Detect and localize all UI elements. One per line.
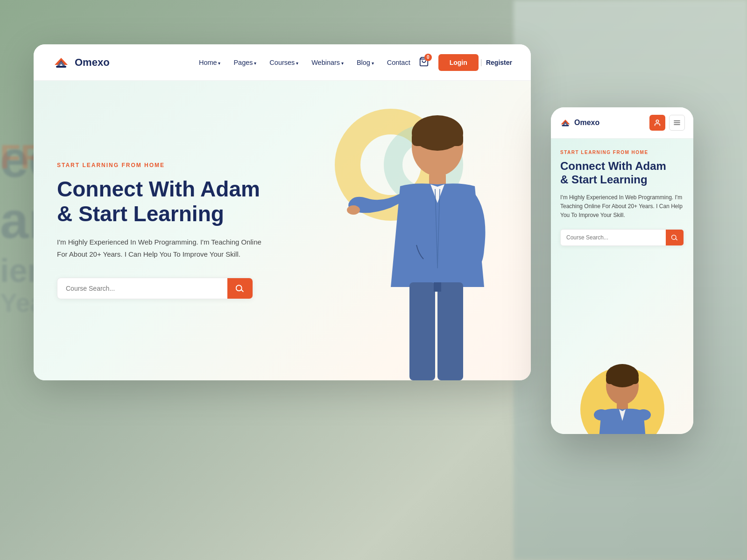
svg-rect-10 <box>562 125 569 126</box>
mobile-hero: START LEARNING FROM HOME Connect With Ad… <box>551 139 693 434</box>
svg-point-11 <box>656 120 658 122</box>
svg-rect-9 <box>434 282 441 292</box>
hero-person-figure <box>344 110 503 380</box>
register-button[interactable]: Register <box>486 59 512 66</box>
svg-rect-17 <box>606 375 639 384</box>
nav-item-contact[interactable]: Contact <box>387 58 410 67</box>
nav-link-contact[interactable]: Contact <box>387 59 410 66</box>
nav-item-blog[interactable]: Blog <box>357 58 374 67</box>
cart-badge: 0 <box>424 54 432 61</box>
nav-link-home[interactable]: Home <box>199 59 220 66</box>
hero-tagline: START LEARNING FROM HOME <box>57 162 281 168</box>
hero-section: START LEARNING FROM HOME Connect With Ad… <box>34 81 531 380</box>
nav-link-courses[interactable]: Courses <box>269 59 298 66</box>
svg-point-19 <box>594 409 609 420</box>
mobile-nav-icons <box>649 115 685 131</box>
mobile-logo-area: Omexo <box>559 118 599 128</box>
mobile-hero-description: I'm Highly Experienced In Web Programmin… <box>560 193 684 220</box>
mobile-course-search-input[interactable] <box>561 230 666 245</box>
mobile-menu-button[interactable] <box>669 115 685 131</box>
person-svg <box>344 110 503 380</box>
hero-title-line1: Connect With Adam <box>57 177 260 201</box>
search-bar <box>57 278 253 299</box>
menu-icon <box>673 119 681 126</box>
hero-title-line2: & Start Learning <box>57 202 224 226</box>
logo-text: Omexo <box>75 56 110 69</box>
navbar: Omexo Home Pages Courses Webinars Blog C… <box>34 44 531 81</box>
search-button[interactable] <box>227 278 253 299</box>
svg-rect-0 <box>56 66 66 68</box>
logo-icon <box>52 56 70 70</box>
course-search-input[interactable] <box>57 278 227 299</box>
mobile-search-bar <box>560 229 684 246</box>
mobile-hero-title: Connect With Adam & Start Learning <box>560 160 684 187</box>
mobile-title-line1: Connect With Adam <box>560 160 666 172</box>
user-icon <box>654 119 661 126</box>
nav-item-pages[interactable]: Pages <box>233 58 256 67</box>
nav-link-pages[interactable]: Pages <box>233 59 256 66</box>
nav-links: Home Pages Courses Webinars Blog Contact <box>199 58 410 67</box>
svg-rect-8 <box>437 282 463 380</box>
svg-point-20 <box>636 409 651 420</box>
mobile-logo-icon <box>559 118 571 128</box>
mobile-user-button[interactable] <box>649 115 665 131</box>
mobile-card: Omexo START LEARNING FROM HOME Connect W… <box>551 107 693 434</box>
login-button[interactable]: Login <box>438 54 479 71</box>
nav-link-blog[interactable]: Blog <box>357 59 374 66</box>
svg-rect-7 <box>409 282 435 380</box>
mobile-search-icon <box>671 234 678 241</box>
hero-content: START LEARNING FROM HOME Connect With Ad… <box>34 81 304 380</box>
nav-item-webinars[interactable]: Webinars <box>311 58 344 67</box>
hero-description: I'm Highly Experienced In Web Programmin… <box>57 236 272 260</box>
search-icon <box>236 284 244 293</box>
hero-title: Connect With Adam & Start Learning <box>57 177 281 226</box>
svg-point-6 <box>347 205 360 215</box>
cart-icon[interactable]: 0 <box>419 56 429 69</box>
nav-item-courses[interactable]: Courses <box>269 58 298 67</box>
nav-item-home[interactable]: Home <box>199 58 220 67</box>
mobile-hero-tagline: START LEARNING FROM HOME <box>560 150 684 155</box>
mobile-logo-text: Omexo <box>574 119 599 127</box>
mobile-person-svg <box>576 363 669 434</box>
mobile-person-figure <box>576 363 669 434</box>
svg-rect-4 <box>412 132 463 146</box>
mobile-search-button[interactable] <box>666 230 684 245</box>
nav-link-webinars[interactable]: Webinars <box>311 59 344 66</box>
mobile-title-line2: & Start Learning <box>560 173 648 186</box>
desktop-card: Omexo Home Pages Courses Webinars Blog C… <box>34 44 531 380</box>
mobile-navbar: Omexo <box>551 107 693 139</box>
logo-area: Omexo <box>52 56 110 70</box>
nav-divider: | <box>480 58 482 67</box>
